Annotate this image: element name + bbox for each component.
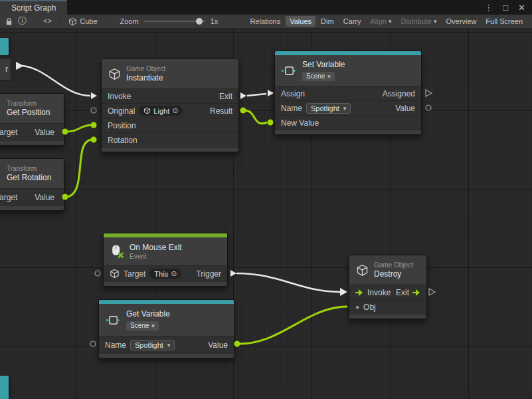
port-setvariable-value-out[interactable]: [426, 105, 431, 110]
dim-button[interactable]: Dim: [317, 16, 338, 27]
cube-icon: [68, 17, 77, 26]
port-instantiate-position[interactable]: [91, 122, 97, 128]
port-label-target: Target: [0, 128, 17, 137]
object-field-light[interactable]: Light ⊙: [139, 106, 183, 116]
chevron-down-icon: ▾: [389, 18, 392, 25]
node-title: Get Rotation: [7, 173, 51, 183]
node-instantiate[interactable]: Game Object Instantiate Invoke Exit Orig…: [101, 59, 239, 152]
port-label-target: Target: [124, 269, 145, 279]
wire-to-instantiate-invoke: [23, 66, 90, 96]
port-label-assigned: Assigned: [383, 89, 415, 98]
port-onmouseexit-target[interactable]: [95, 271, 100, 276]
node-footer: [104, 281, 227, 286]
window-maximize-icon[interactable]: □: [503, 3, 508, 13]
green-arrow-icon: [355, 289, 363, 296]
lock-icon[interactable]: [5, 17, 13, 26]
wire-result-to-newvalue: [245, 110, 267, 124]
node-subtitle: Event: [130, 253, 182, 261]
wire-exit-to-assign: [247, 94, 266, 96]
chevron-down-icon: ▾: [343, 105, 347, 112]
fullscreen-button[interactable]: Full Screen: [482, 16, 527, 27]
node-get-rotation[interactable]: Transform Get Rotation Target Value: [0, 158, 64, 211]
node-get-position[interactable]: Transform Get Position Target Value: [0, 93, 64, 146]
port-label-position: Position: [108, 121, 136, 130]
node-footer: [349, 314, 426, 319]
relations-button[interactable]: Relations: [246, 16, 284, 27]
wire-getvariable-to-obj: [240, 307, 347, 344]
port-setvariable-assigned[interactable]: [426, 90, 432, 96]
port-label-assign: Assign: [281, 89, 305, 98]
cube-icon: [356, 264, 369, 277]
toolbar-divider: [60, 17, 60, 26]
object-picker-icon[interactable]: ⊙: [172, 106, 178, 115]
port-label-target: Target: [0, 193, 17, 202]
port-label-value: Value: [395, 104, 415, 113]
node-destroy[interactable]: Game Object Destroy Invoke Exit: [349, 255, 427, 319]
port-setvariable-newvalue[interactable]: [268, 120, 274, 126]
cube-icon: [143, 107, 151, 114]
unity-script-graph-window: Script Graph ⋮ □ ✕ ⓘ <> Cube Zoom: [0, 0, 532, 399]
graph-target-label: Cube: [80, 17, 97, 25]
distribute-button[interactable]: Distribute ▾: [397, 16, 441, 27]
zoom-label: Zoom: [120, 17, 139, 25]
variable-scope-dropdown[interactable]: Scene ▾: [126, 321, 159, 331]
port-destroy-exit-out[interactable]: [429, 289, 435, 295]
cutoff-node-fragment[interactable]: [0, 376, 9, 399]
cutoff-node-fragment[interactable]: [0, 38, 9, 55]
toolbar-buttons: Relations Values Dim Carry Align ▾ Distr…: [246, 16, 527, 27]
node-set-variable[interactable]: Set Variable Scene ▾ Assign Assigned Nam…: [274, 51, 422, 135]
values-button[interactable]: Values: [286, 16, 315, 27]
zoom-slider-knob[interactable]: [196, 18, 203, 25]
node-subtitle: Transform: [7, 165, 51, 173]
node-title: Destroy: [374, 269, 413, 279]
variable-name-dropdown[interactable]: Spotlight ▾: [306, 103, 351, 114]
wire-trigger-to-destroy-invoke: [236, 273, 340, 292]
port-instantiate-invoke[interactable]: [91, 92, 97, 99]
window-menu-icon[interactable]: ⋮: [484, 3, 493, 13]
object-picker-icon[interactable]: ⊙: [171, 269, 177, 278]
align-button[interactable]: Align ▾: [367, 16, 396, 27]
chevron-down-icon: ▾: [151, 322, 155, 330]
port-label-rotation: Rotation: [108, 136, 137, 145]
chevron-down-icon: ▾: [434, 18, 437, 25]
cube-icon: [108, 68, 121, 80]
tab-title: Script Graph: [11, 3, 56, 13]
port-getvariable-name[interactable]: [90, 341, 96, 346]
cutoff-node-fragment[interactable]: r: [0, 58, 11, 80]
node-title: Get Position: [7, 108, 50, 118]
port-label-value: Value: [208, 340, 228, 350]
tab-script-graph[interactable]: Script Graph: [0, 0, 67, 15]
port-setvariable-assign[interactable]: [268, 90, 274, 96]
variable-scope-dropdown[interactable]: Scene ▾: [302, 72, 335, 81]
object-field-value: Light: [153, 107, 169, 115]
fragment-label: r: [5, 65, 8, 74]
variable-name-dropdown[interactable]: Spotlight ▾: [130, 340, 175, 350]
port-getvariable-value[interactable]: [234, 341, 240, 347]
wire-getrotation-to-rotation: [65, 140, 92, 197]
port-instantiate-result[interactable]: [240, 108, 246, 114]
toolbar-divider: [35, 17, 35, 26]
graph-target[interactable]: Cube: [68, 17, 97, 26]
code-icon[interactable]: <>: [43, 17, 52, 25]
port-label-name: Name: [105, 340, 126, 350]
port-destroy-invoke-in[interactable]: [340, 288, 347, 296]
node-on-mouse-exit[interactable]: On Mouse Exit Event Target This ⊙: [103, 233, 228, 287]
port-label-name: Name: [281, 104, 302, 113]
port-cutoff-out[interactable]: [16, 62, 24, 70]
graph-canvas[interactable]: r Transform Get Position Target Value: [0, 29, 532, 399]
node-subtitle: Game Object: [374, 261, 413, 269]
port-onmouseexit-trigger[interactable]: [230, 270, 236, 277]
node-subtitle: Game Object: [126, 65, 165, 73]
port-instantiate-original[interactable]: [91, 108, 96, 113]
port-instantiate-exit[interactable]: [240, 92, 246, 99]
zoom-slider[interactable]: [144, 17, 205, 26]
overview-button[interactable]: Overview: [442, 16, 481, 27]
object-field-this[interactable]: This ⊙: [149, 269, 181, 279]
window-close-icon[interactable]: ✕: [518, 3, 525, 13]
port-label-exit: Exit: [396, 288, 409, 297]
node-footer: [102, 147, 238, 152]
info-icon[interactable]: ⓘ: [18, 15, 27, 27]
port-instantiate-rotation[interactable]: [91, 137, 97, 143]
node-get-variable[interactable]: Get Variable Scene ▾ Name Spotlight ▾: [98, 299, 234, 358]
carry-button[interactable]: Carry: [339, 16, 365, 27]
